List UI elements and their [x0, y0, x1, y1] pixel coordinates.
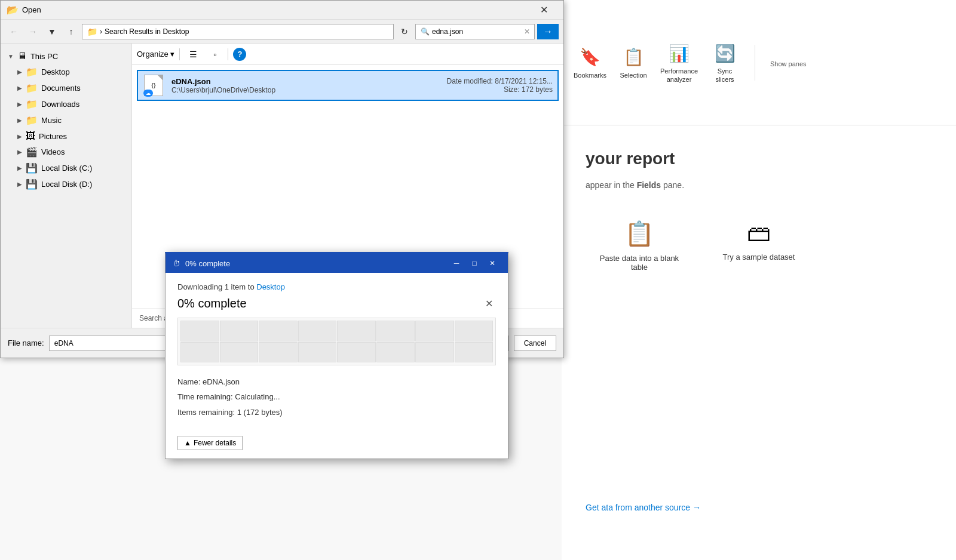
download-restore-button[interactable]: □ [466, 257, 483, 270]
file-item-info: eDNA.json C:\Users\brjul\OneDrive\Deskto… [171, 77, 275, 94]
progress-cell-6 [376, 321, 415, 341]
sample-icon: 🗃 [747, 220, 771, 247]
pbi-card-paste-label: Paste data into a blank table [598, 254, 681, 272]
sidebar-label-documents: Documents [41, 84, 81, 93]
progress-cell-1 [180, 321, 219, 341]
progress-cell-4 [298, 321, 337, 341]
sidebar-item-this-pc[interactable]: ▼ 🖥 This PC [1, 48, 131, 64]
progress-cell-11 [259, 342, 298, 363]
progress-cell-12 [298, 342, 337, 363]
toolbar-separator-2 [228, 48, 228, 60]
downloading-label: Downloading 1 item to [177, 282, 256, 291]
computer-icon: 🖥 [17, 51, 27, 61]
download-body: Downloading 1 item to Desktop 0% complet… [166, 273, 508, 430]
downloads-folder-icon: 📁 [26, 99, 38, 110]
download-destination-link[interactable]: Desktop [256, 282, 285, 291]
download-name-row: Name: eDNA.json [177, 375, 496, 389]
download-percent-header: 0% complete ✕ [177, 296, 496, 310]
pbi-source-link[interactable]: Get ata from another source → [562, 491, 725, 524]
view-list-button[interactable]: ☰ [185, 47, 201, 62]
dialog-close-button[interactable]: ✕ [530, 1, 557, 20]
sync-slicers-label: Syncslicers [715, 67, 734, 83]
sidebar-item-downloads[interactable]: ▶ 📁 Downloads [1, 96, 131, 112]
file-item-edna[interactable]: {} ☁ eDNA.json C:\Users\brjul\OneDrive\D… [137, 70, 559, 101]
progress-cell-13 [337, 342, 376, 363]
download-items-row: Items remaining: 1 (172 bytes) [177, 405, 496, 419]
pbi-heading: your report [586, 149, 932, 168]
recent-button[interactable]: ▼ [44, 23, 60, 40]
cancel-button[interactable]: Cancel [514, 336, 556, 351]
address-bar-path: Search Results in Desktop [105, 27, 189, 36]
back-button[interactable]: ← [5, 23, 22, 40]
progress-cell-10 [220, 342, 259, 363]
toolbar-separator [179, 48, 180, 60]
sidebar-item-local-d[interactable]: ▶ 💾 Local Disk (D:) [1, 176, 131, 192]
address-bar[interactable]: 📁 › Search Results in Desktop [82, 24, 394, 39]
pbi-subtext: appear in the Fields pane. [586, 180, 932, 190]
chevron-down-icon: ▼ [8, 53, 14, 60]
search-icon: 🔍 [421, 27, 430, 36]
help-button[interactable]: ? [233, 48, 246, 61]
sidebar-label-videos: Videos [41, 147, 65, 156]
progress-cell-9 [180, 342, 219, 363]
refresh-button[interactable]: ↻ [396, 23, 413, 40]
sidebar-item-documents[interactable]: ▶ 📁 Documents [1, 80, 131, 96]
download-items-label: Items remaining: [177, 408, 235, 417]
chevron-right-icon-2: ▶ [17, 85, 22, 91]
search-input[interactable] [432, 27, 522, 36]
forward-button[interactable]: → [24, 23, 41, 40]
ribbon-sync-slicers[interactable]: 🔄 Syncslicers [710, 41, 740, 83]
sidebar-item-pictures[interactable]: ▶ 🖼 Pictures [1, 128, 131, 144]
pbi-card-sample[interactable]: 🗃 Try a sample dataset [705, 208, 813, 284]
sidebar-item-music[interactable]: ▶ 📁 Music [1, 112, 131, 128]
powerbi-ribbon: 🔖 Bookmarks 📋 Selection 📊 Performanceana… [562, 0, 956, 125]
view-icons-button[interactable]: ▫ [206, 47, 223, 62]
organize-button[interactable]: Organize ▾ [137, 50, 174, 59]
sidebar-item-desktop[interactable]: ▶ 📁 Desktop [1, 64, 131, 80]
dialog-titlebar-icon: 📂 [7, 4, 19, 16]
pbi-card-paste[interactable]: 📋 Paste data into a blank table [586, 208, 693, 284]
progress-cell-14 [376, 342, 415, 363]
go-button[interactable]: → [537, 24, 559, 39]
download-titlebar: ⏱ 0% complete ─ □ ✕ [166, 254, 508, 273]
videos-folder-icon: 🎬 [26, 146, 38, 158]
pbi-link-text: Get [586, 503, 601, 512]
chevron-right-icon: ▶ [17, 69, 22, 75]
performance-label: Performanceanalyzer [660, 67, 698, 83]
fewer-details-button[interactable]: ▲ Fewer details [177, 436, 243, 450]
download-title-text: 0% complete [185, 259, 443, 268]
pbi-link-data: ata from another source → [601, 503, 701, 512]
download-title-icon: ⏱ [173, 259, 180, 268]
file-meta: Date modified: 8/17/2021 12:15... Size: … [447, 77, 553, 94]
pbi-card-sample-label: Try a sample dataset [723, 253, 795, 261]
search-bar[interactable]: 🔍 ✕ [415, 24, 535, 39]
cloud-sync-icon: ☁ [143, 90, 153, 97]
progress-cell-16 [455, 342, 494, 363]
dialog-title: Open [22, 5, 530, 14]
up-button[interactable]: ↑ [63, 23, 79, 40]
download-dismiss-button[interactable]: ✕ [482, 296, 496, 310]
sidebar-label-local-c: Local Disk (C:) [41, 164, 92, 173]
pbi-fields-bold: Fields [637, 180, 661, 190]
progress-cell-8 [455, 321, 494, 341]
progress-cell-3 [259, 321, 298, 341]
download-minimize-button[interactable]: ─ [448, 257, 465, 270]
fewer-details-label: Fewer details [194, 439, 236, 447]
ribbon-performance[interactable]: 📊 Performanceanalyzer [660, 41, 698, 83]
chevron-right-icon-6: ▶ [17, 149, 22, 155]
progress-cell-7 [415, 321, 454, 341]
sidebar-item-local-c[interactable]: ▶ 💾 Local Disk (C:) [1, 160, 131, 176]
sidebar-label-music: Music [41, 116, 62, 125]
folder-icon-in-bar: 📁 [87, 27, 97, 36]
download-close-button[interactable]: ✕ [484, 257, 501, 270]
clear-search-icon[interactable]: ✕ [524, 27, 530, 36]
address-bar-text: › [100, 27, 102, 36]
selection-label: Selection [620, 72, 646, 79]
disk-c-icon: 💾 [26, 162, 38, 174]
ribbon-selection[interactable]: 📋 Selection [618, 45, 648, 79]
sidebar-item-videos[interactable]: ▶ 🎬 Videos [1, 144, 131, 160]
dialog-main-toolbar: Organize ▾ ☰ ▫ ? [132, 44, 563, 65]
json-icon-shape: {} ☁ [144, 75, 163, 96]
ribbon-bookmarks[interactable]: 🔖 Bookmarks [574, 45, 606, 79]
download-time-label: Time remaining: [177, 392, 233, 401]
